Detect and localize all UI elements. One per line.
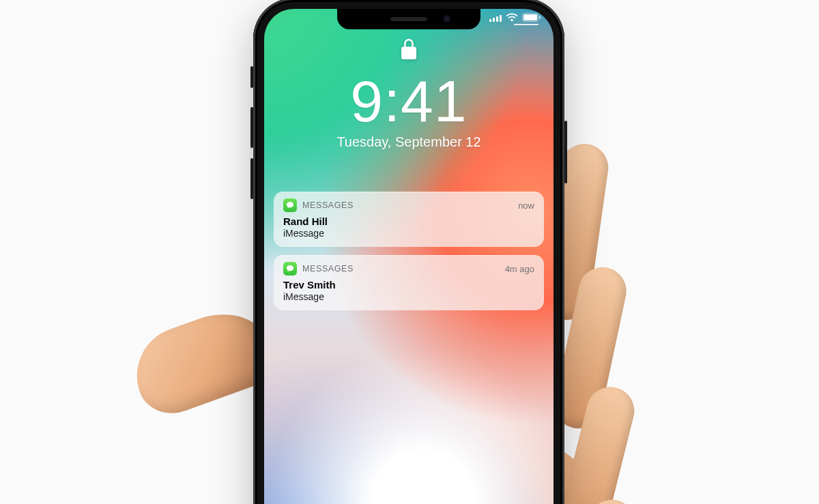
volume-down-button[interactable] <box>250 158 253 199</box>
cellular-signal-icon <box>489 14 502 22</box>
battery-icon <box>522 13 541 22</box>
iphone-frame: 9:41 Tuesday, September 12 MESSAGES now … <box>253 0 564 504</box>
notification-timestamp: now <box>518 201 534 211</box>
svg-rect-1 <box>523 14 537 20</box>
display-notch <box>337 9 480 29</box>
messages-app-icon <box>283 198 297 212</box>
notification-app-name: MESSAGES <box>302 201 354 210</box>
svg-rect-2 <box>539 16 541 19</box>
lock-screen-time: 9:41 <box>264 72 554 130</box>
status-underline <box>514 24 538 25</box>
status-bar <box>489 13 541 22</box>
notification-card[interactable]: MESSAGES now Rand Hill iMessage <box>274 192 544 247</box>
messages-app-icon <box>283 262 297 276</box>
lock-screen-date: Tuesday, September 12 <box>264 134 554 150</box>
volume-up-button[interactable] <box>250 107 253 148</box>
notification-preview: iMessage <box>283 291 534 302</box>
notification-timestamp: 4m ago <box>505 264 534 274</box>
notification-card[interactable]: MESSAGES 4m ago Trev Smith iMessage <box>274 255 544 310</box>
notification-sender: Rand Hill <box>283 216 534 227</box>
lock-screen[interactable]: 9:41 Tuesday, September 12 MESSAGES now … <box>264 9 554 504</box>
notification-preview: iMessage <box>283 228 534 239</box>
mute-switch[interactable] <box>250 66 253 88</box>
notification-app-name: MESSAGES <box>302 264 354 273</box>
notification-list: MESSAGES now Rand Hill iMessage MESSAGES… <box>274 192 544 310</box>
wifi-icon <box>506 13 518 22</box>
notification-sender: Trev Smith <box>283 279 534 291</box>
product-shot: 9:41 Tuesday, September 12 MESSAGES now … <box>0 0 819 504</box>
lock-icon <box>401 50 416 61</box>
side-button[interactable] <box>564 121 567 183</box>
